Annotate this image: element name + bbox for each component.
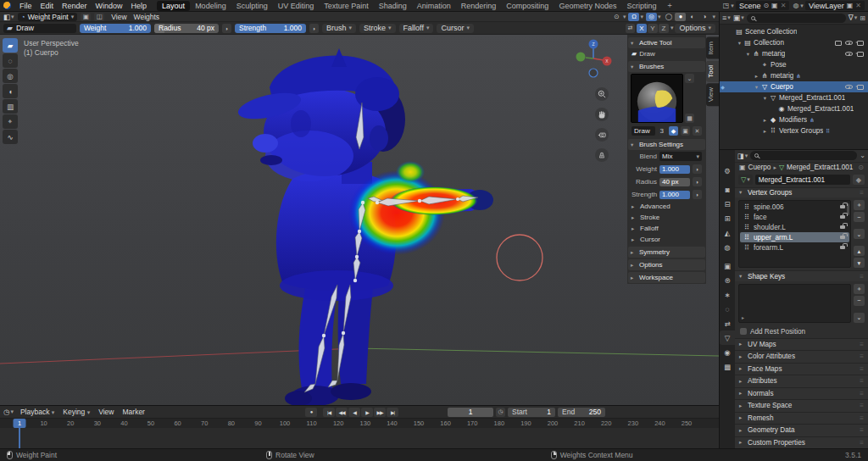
popover-button[interactable]: Stroke▾ xyxy=(359,24,396,33)
transform-pivot-button[interactable]: ⊙▾ xyxy=(611,13,626,21)
remove-vertex-group-button[interactable]: − xyxy=(854,212,865,222)
fake-user-shield-icon[interactable]: ◆ xyxy=(669,126,678,136)
lock-open-icon[interactable] xyxy=(840,205,845,208)
close-icon[interactable]: ✕ xyxy=(855,2,861,9)
expander-icon[interactable]: ▸ xyxy=(761,128,769,135)
fake-user-shield-icon[interactable]: ◆ xyxy=(853,175,865,185)
playback-button[interactable]: ▶ xyxy=(361,408,373,417)
shape-keys-panel-header[interactable]: ▾Shape Keys ≡ xyxy=(735,270,868,281)
editor-type-button[interactable]: ◨▾ xyxy=(737,152,748,160)
disable-in-renders-camera-icon[interactable] xyxy=(857,85,864,90)
brush-subsection[interactable]: ▸ ✓ Advanced xyxy=(628,201,705,212)
browse-mesh-button[interactable]: ▽▾ xyxy=(738,175,753,185)
shading-mode-button[interactable]: ◐ xyxy=(687,13,698,21)
brush-subsection[interactable]: ▸ ✓ Falloff xyxy=(628,223,705,234)
properties-panel-header[interactable]: ▸Custom Properties ≡ xyxy=(735,436,868,449)
proportional-editing-button[interactable]: ◎▾ xyxy=(646,13,661,21)
expander-icon[interactable]: ▾ xyxy=(744,51,752,58)
auto-keying-record-icon[interactable]: ● xyxy=(305,408,317,417)
frame-start-field[interactable]: Start1 xyxy=(508,408,555,417)
timeline-ruler[interactable]: 1 10203040506070809010011012013014015016… xyxy=(0,418,719,428)
vertex-group-row[interactable]: ⠿ shoulder.L xyxy=(740,222,849,232)
viewport-tool-button[interactable]: ∿ xyxy=(3,130,18,144)
viewport-canvas[interactable]: User Perspective (1) Cuerpo ▰◌◎◖▥⌖∿ Z X xyxy=(0,35,719,405)
outliner-item-label[interactable]: Scene Collection xyxy=(743,28,797,36)
camera-view-icon[interactable] xyxy=(595,128,609,142)
properties-tab[interactable]: ▣ xyxy=(720,258,735,273)
topbar-menu[interactable]: Edit xyxy=(36,2,58,10)
brush-subsection[interactable]: ▸ ✓ Cursor xyxy=(628,234,705,245)
vertex-group-name[interactable]: forearm.L xyxy=(754,244,837,252)
topbar-menu[interactable]: Window xyxy=(92,2,127,10)
filter-id-button[interactable]: ▣▾ xyxy=(733,14,744,22)
vertex-group-row[interactable]: ⠿ forearm.L xyxy=(740,242,849,253)
mesh-name-field[interactable]: Merged_Extract1.001 xyxy=(755,175,850,185)
options-button[interactable]: Options▾ xyxy=(675,24,715,33)
viewport-tool-button[interactable]: ◌ xyxy=(3,53,18,68)
move-up-button[interactable]: ▴ xyxy=(854,246,865,256)
properties-panel-header[interactable]: ▸Color Attributes ≡ xyxy=(735,350,868,363)
move-down-button[interactable]: ▾ xyxy=(854,258,865,268)
shading-mode-button[interactable]: ◑ xyxy=(698,13,709,21)
properties-panel-header[interactable]: ▸Remesh ≡ xyxy=(735,412,868,425)
radius-slider[interactable]: 40 px xyxy=(659,178,690,186)
lock-open-icon[interactable] xyxy=(840,236,845,239)
editor-type-button[interactable]: ◧ ▾ xyxy=(3,13,14,21)
playback-button[interactable]: ◀ xyxy=(348,408,360,417)
brush-users-count[interactable]: 3 xyxy=(658,126,666,136)
editor-type-button[interactable]: ◷ ▾ xyxy=(3,408,14,416)
breadcrumb-object[interactable]: Cuerpo xyxy=(748,164,771,171)
mirror-axis-toggle[interactable]: Z xyxy=(659,24,669,33)
shading-options-button[interactable]: ▾ xyxy=(712,14,715,20)
workspace-tab[interactable]: UV Editing xyxy=(273,1,320,11)
radius-slider[interactable]: Radius 40 px xyxy=(154,24,219,33)
outliner-row[interactable]: ▸ ⋔ metarig ⋔ xyxy=(720,70,868,81)
outliner-item-label[interactable]: Collection xyxy=(752,39,784,47)
popover-button[interactable]: Falloff▾ xyxy=(399,24,434,33)
active-tool-panel-header[interactable]: ▾Active Tool xyxy=(628,37,705,48)
mirror-axis-toggle[interactable]: Y xyxy=(648,24,658,33)
sidebar-tab[interactable]: Tool xyxy=(706,61,719,82)
blender-logo-icon[interactable] xyxy=(3,2,11,9)
viewport-tool-button[interactable]: ⌖ xyxy=(3,114,18,129)
properties-panel-header[interactable]: ▸Geometry Data ≡ xyxy=(735,424,868,436)
shape-key-specials-button[interactable]: ⌄ xyxy=(854,313,865,323)
zoom-icon[interactable] xyxy=(595,87,609,101)
filter-button[interactable]: ∇▾ xyxy=(849,14,858,22)
topbar-menu[interactable]: File xyxy=(15,2,36,10)
view-layer-field[interactable]: ViewLayer ▣ ✕ xyxy=(805,1,865,10)
ortho-toggle-icon[interactable] xyxy=(595,148,609,162)
sidebar-panel-header[interactable]: ▸Options xyxy=(628,259,705,270)
scene-icon[interactable]: ◳ xyxy=(723,2,730,9)
viewport-tool-button[interactable]: ▥ xyxy=(3,99,18,114)
lock-open-icon[interactable] xyxy=(840,215,845,219)
brushes-panel-header[interactable]: ▾Brushes xyxy=(628,61,705,72)
outliner-item-label[interactable]: Vertex Groups xyxy=(777,127,823,135)
playhead-line[interactable] xyxy=(19,428,20,448)
properties-tab[interactable]: ◍ xyxy=(720,240,735,254)
timeline-menu[interactable]: View ▾ xyxy=(95,408,117,416)
new-collection-button[interactable]: ⊞ xyxy=(860,14,865,22)
frame-end-field[interactable]: End250 xyxy=(558,408,605,417)
brush-preview-image[interactable] xyxy=(631,74,683,123)
pin-icon[interactable]: ⊙ xyxy=(858,164,864,171)
properties-tab[interactable]: ⚙ xyxy=(720,164,735,178)
workspace-tab[interactable]: Rendering xyxy=(456,1,502,11)
properties-tab[interactable]: ◌ xyxy=(720,302,735,316)
sidebar-panel-header[interactable]: ▸Workspace xyxy=(628,272,705,283)
disable-in-renders-camera-icon[interactable] xyxy=(857,41,864,46)
lock-open-icon[interactable] xyxy=(840,246,845,249)
workspace-tab[interactable]: Layout xyxy=(157,1,190,11)
workspace-tab[interactable]: Scripting xyxy=(621,1,661,11)
properties-tab[interactable]: ⊟ xyxy=(720,197,735,211)
blend-dropdown[interactable]: Mix ▾ xyxy=(659,152,702,161)
pin-icon[interactable]: ⊙ xyxy=(763,2,769,9)
brush-name-field[interactable]: Draw xyxy=(632,126,655,136)
properties-tab[interactable]: ⇄ xyxy=(720,316,735,330)
playback-button[interactable]: ▶▶ xyxy=(374,408,386,417)
add-rest-position-checkbox[interactable] xyxy=(740,328,747,335)
hide-in-viewport-eye-icon[interactable] xyxy=(845,52,853,56)
sidebar-tab[interactable]: Item xyxy=(706,37,719,59)
properties-tab[interactable]: ⊛ xyxy=(720,273,735,287)
radius-pressure-icon[interactable]: ◗ xyxy=(222,24,231,33)
